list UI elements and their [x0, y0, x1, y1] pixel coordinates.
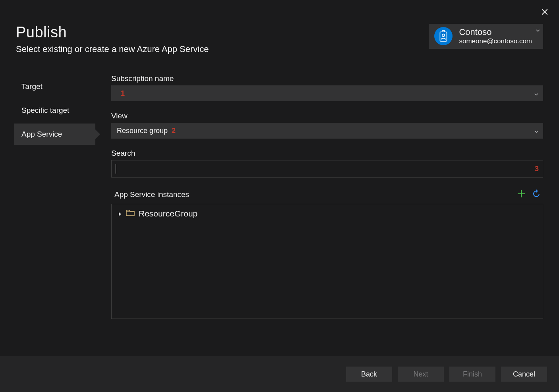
dialog-header: Publish Select existing or create a new …: [0, 0, 559, 62]
sidebar-item-target[interactable]: Target: [14, 76, 95, 97]
add-instance-button[interactable]: [517, 189, 526, 200]
next-button[interactable]: Next: [398, 367, 444, 382]
marker-3: 3: [535, 165, 539, 173]
text-cursor: [116, 164, 116, 174]
svg-point-3: [442, 34, 445, 37]
account-selector[interactable]: Contoso someone@contoso.com: [429, 24, 543, 49]
marker-1: 1: [121, 89, 125, 98]
account-email: someone@contoso.com: [459, 37, 532, 45]
instances-actions: [517, 189, 543, 200]
view-dropdown[interactable]: Resource group 2: [111, 123, 543, 139]
expand-icon[interactable]: [118, 209, 122, 218]
plus-icon: [517, 189, 526, 200]
sidebar-item-app-service[interactable]: App Service: [14, 124, 95, 145]
search-box[interactable]: 3: [111, 160, 543, 178]
back-button[interactable]: Back: [346, 367, 392, 382]
instances-label: App Service instances: [111, 190, 189, 199]
account-text: Contoso someone@contoso.com: [459, 27, 532, 46]
tree-item-resourcegroup[interactable]: ResourceGroup: [116, 208, 538, 219]
subscription-dropdown[interactable]: 1: [111, 85, 543, 101]
dialog-body: Target Specific target App Service Subsc…: [0, 62, 559, 356]
search-label: Search: [111, 149, 543, 158]
finish-button[interactable]: Finish: [449, 367, 495, 382]
chevron-down-icon: [534, 127, 538, 135]
account-name: Contoso: [459, 27, 532, 37]
marker-2: 2: [172, 127, 176, 135]
chevron-down-icon: [536, 26, 540, 33]
view-value: Resource group: [117, 127, 168, 135]
chevron-down-icon: [534, 89, 538, 98]
cancel-button[interactable]: Cancel: [501, 367, 547, 382]
view-label: View: [111, 112, 543, 120]
instances-header: App Service instances: [111, 189, 543, 200]
instances-tree[interactable]: ResourceGroup: [111, 204, 543, 319]
dialog-footer: Back Next Finish Cancel: [0, 356, 559, 392]
account-badge-icon: [434, 27, 453, 45]
sidebar-item-specific-target[interactable]: Specific target: [14, 100, 95, 121]
publish-dialog: Publish Select existing or create a new …: [0, 0, 559, 392]
main-panel: Subscription name 1 View Resource group …: [95, 74, 543, 356]
refresh-icon: [532, 189, 541, 200]
step-sidebar: Target Specific target App Service: [0, 74, 95, 356]
search-input[interactable]: [118, 165, 535, 173]
refresh-button[interactable]: [532, 189, 541, 200]
folder-icon: [126, 209, 135, 218]
subscription-label: Subscription name: [111, 74, 543, 83]
tree-item-label: ResourceGroup: [139, 209, 197, 218]
